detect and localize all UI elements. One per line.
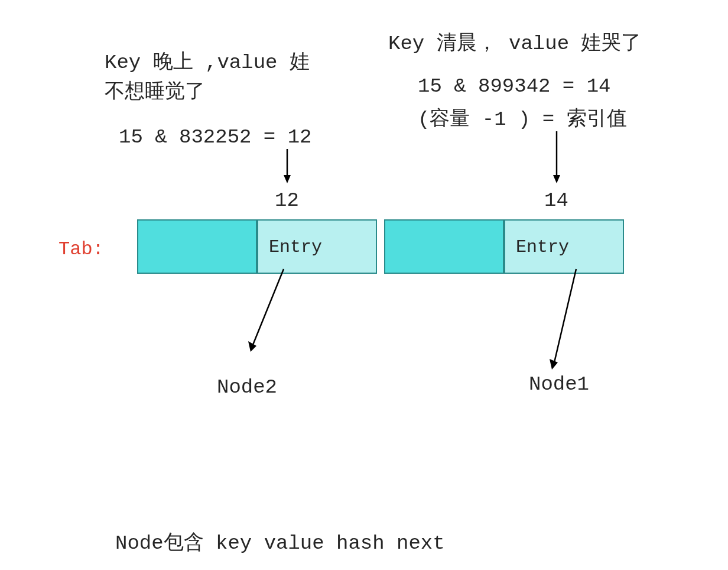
left-hash-expr: 15 & 832252 = 12 [119,123,311,152]
svg-marker-7 [550,359,558,370]
left-kv-line2: 不想睡觉了 [105,78,205,107]
node2-label: Node2 [217,373,277,402]
left-index-label: 12 [275,186,299,215]
arrow-left-to-index [284,149,295,183]
right-formula: (容量 -1 ) = 索引值 [418,105,627,134]
arrow-right-to-index [553,131,565,183]
svg-marker-5 [248,341,256,352]
entry-label-14: Entry [516,237,569,257]
slot-mid-dark [384,219,504,274]
svg-marker-1 [284,175,291,183]
footer-note: Node包含 key value hash next [115,529,445,558]
left-kv-line1: Key 晚上 ,value 娃 [105,48,310,77]
slot-14-entry: Entry [504,219,624,274]
entry-label-12: Entry [269,237,322,257]
svg-marker-3 [553,175,560,183]
arrow-entry14-to-node1 [550,269,585,370]
svg-line-4 [253,269,284,345]
right-kv-line1: Key 清晨， value 娃哭了 [388,30,641,59]
node1-label: Node1 [529,370,589,399]
svg-line-6 [554,269,576,362]
right-index-label: 14 [544,186,568,215]
tab-label: Tab: [58,237,104,263]
arrow-entry12-to-node2 [248,269,295,352]
slot-left-dark [137,219,257,274]
right-hash-expr: 15 & 899342 = 14 [418,72,610,101]
slot-12-entry: Entry [257,219,377,274]
